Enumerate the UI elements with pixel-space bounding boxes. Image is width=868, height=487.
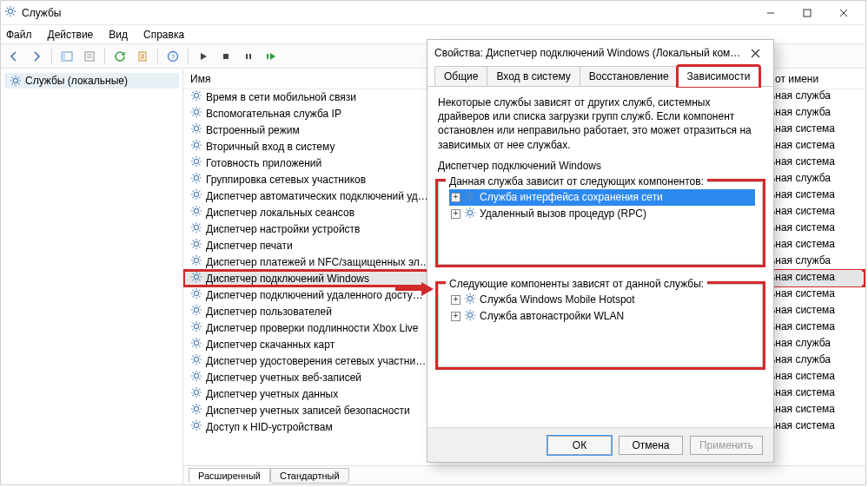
service-icon	[190, 155, 202, 170]
svg-point-25	[194, 291, 198, 295]
service-icon	[190, 337, 202, 352]
services-icon	[10, 75, 22, 87]
service-name: Диспетчер учетных данных	[206, 388, 338, 400]
dep-service-icon	[464, 293, 476, 307]
dialog-body: Некоторые службы зависят от других служб…	[427, 87, 773, 376]
logon-value: ьная система	[768, 204, 862, 220]
dep-service-icon	[464, 207, 476, 221]
show-hide-tree-icon[interactable]	[57, 47, 76, 66]
expand-icon[interactable]: +	[451, 295, 461, 305]
service-icon	[190, 139, 202, 154]
svg-rect-10	[249, 54, 251, 59]
window-controls	[752, 2, 862, 24]
dependents-group: Следующие компоненты зависят от данной с…	[438, 284, 763, 367]
maximize-button[interactable]	[789, 2, 825, 24]
menu-file[interactable]: Файл	[4, 27, 34, 43]
service-name: Диспетчер скачанных карт	[206, 339, 335, 351]
cancel-button[interactable]: Отмена	[619, 436, 683, 455]
dialog-close-button[interactable]	[744, 46, 766, 61]
logon-value: ьная система	[768, 303, 862, 319]
service-name: Вспомогательная служба IP	[206, 108, 341, 120]
close-button[interactable]	[825, 2, 862, 24]
service-icon	[190, 89, 202, 104]
expand-icon[interactable]: +	[451, 312, 461, 321]
service-icon	[190, 188, 202, 203]
svg-point-24	[194, 274, 198, 279]
svg-point-35	[467, 194, 472, 198]
start-icon[interactable]	[194, 47, 213, 66]
logon-value: ьная система	[768, 286, 862, 303]
dep-service-icon	[464, 190, 476, 205]
service-icon	[190, 122, 202, 137]
menu-help[interactable]: Справка	[142, 27, 186, 43]
service-name: Диспетчер платежей и NFC/защищенных эл…	[206, 256, 430, 268]
service-icon	[190, 304, 202, 319]
properties-icon[interactable]	[80, 47, 99, 66]
service-name: Диспетчер пользователей	[206, 306, 332, 318]
back-icon[interactable]	[4, 47, 23, 66]
arrow-annotation	[394, 280, 434, 298]
logon-value: ьная система	[768, 155, 862, 171]
separator	[51, 49, 52, 64]
dependency-item[interactable]: +Служба Windows Mobile Hotspot	[449, 292, 755, 308]
svg-rect-9	[246, 54, 248, 59]
logon-value: ьная служба	[768, 171, 862, 188]
dependency-label: Служба Windows Mobile Hotspot	[480, 293, 635, 306]
svg-point-18	[194, 175, 198, 180]
apply-button[interactable]: Применить	[690, 436, 763, 455]
services-window: Службы Файл Действие Вид Справка ?	[0, 0, 866, 485]
dialog-buttons: ОК Отмена Применить	[427, 427, 773, 462]
service-name: Диспетчер печати	[206, 240, 293, 252]
logon-value: ьная служба	[768, 336, 862, 352]
service-name: Группировка сетевых участников	[206, 174, 366, 186]
help-icon[interactable]: ?	[163, 47, 182, 66]
export-icon[interactable]	[133, 47, 152, 66]
menu-view[interactable]: Вид	[107, 27, 129, 43]
dependency-item[interactable]: +Служба автонастройки WLAN	[449, 308, 755, 325]
svg-point-12	[13, 78, 17, 82]
left-tree-panel: Службы (локальные)	[1, 69, 183, 484]
service-name: Время в сети мобильной связи	[206, 91, 356, 103]
service-icon	[190, 419, 202, 434]
forward-icon[interactable]	[27, 47, 46, 66]
ok-button[interactable]: ОК	[547, 436, 612, 455]
expand-icon[interactable]: +	[451, 209, 461, 219]
refresh-icon[interactable]	[110, 47, 129, 66]
tab-logon[interactable]: Вход в систему	[487, 66, 580, 86]
svg-rect-1	[804, 10, 811, 16]
service-name: Вторичный вход в систему	[206, 141, 335, 153]
dependents-legend: Следующие компоненты зависят от данной с…	[446, 278, 707, 290]
service-icon	[190, 106, 202, 121]
svg-point-28	[194, 340, 198, 345]
tab-general[interactable]: Общие	[434, 66, 487, 86]
svg-point-23	[194, 258, 198, 262]
menu-action[interactable]: Действие	[46, 27, 96, 43]
service-name: Встроенный режим	[206, 124, 300, 136]
svg-point-15	[194, 126, 198, 130]
tab-dependencies[interactable]: Зависимости	[678, 66, 760, 86]
logon-value: ьная система	[768, 402, 862, 418]
pause-icon[interactable]	[239, 47, 258, 66]
dependency-item[interactable]: +Удаленный вызов процедур (RPC)	[449, 206, 755, 222]
tab-recovery[interactable]: Восстановление	[580, 66, 679, 86]
minimize-button[interactable]	[752, 2, 789, 24]
dependency-item[interactable]: +Служба интерфейса сохранения сети	[449, 189, 755, 206]
depends-on-legend: Данная служба зависит от следующих компо…	[446, 175, 707, 188]
restart-icon[interactable]	[262, 47, 281, 66]
service-icon	[190, 271, 202, 286]
service-name-label: Диспетчер подключений Windows	[438, 159, 763, 173]
service-icon	[190, 320, 202, 335]
logon-value: ьная система	[768, 369, 862, 385]
logon-value: ьная система	[768, 385, 862, 402]
logon-value: ьная система	[768, 418, 862, 435]
tab-extended[interactable]: Расширенный	[189, 468, 270, 484]
column-header-right[interactable]: от имени	[768, 69, 862, 89]
svg-point-29	[194, 357, 198, 361]
tree-root-services[interactable]: Службы (локальные)	[4, 73, 179, 89]
service-icon	[190, 403, 202, 418]
service-name: Диспетчер подключений удаленного досту…	[206, 289, 423, 301]
expand-icon[interactable]: +	[451, 193, 461, 202]
dialog-title: Свойства: Диспетчер подключений Windows …	[434, 47, 744, 59]
stop-icon[interactable]	[216, 47, 235, 66]
tab-standard[interactable]: Стандартный	[270, 468, 349, 484]
